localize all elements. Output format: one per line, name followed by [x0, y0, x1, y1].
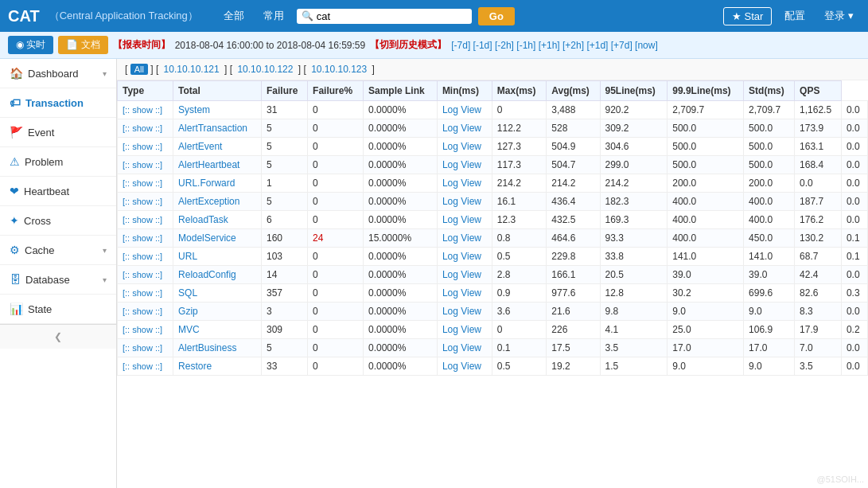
- show-link[interactable]: [:: show ::]: [123, 178, 162, 188]
- line999-cell: 141.0: [744, 248, 795, 266]
- log-view-link[interactable]: Log View: [442, 251, 481, 262]
- total-cell: 14: [261, 266, 307, 284]
- sidebar-item-problem[interactable]: ⚠ Problem: [0, 147, 116, 177]
- max-cell: 19.2: [547, 357, 600, 376]
- type-link[interactable]: MVC: [178, 324, 200, 335]
- sidebar-item-heartbeat[interactable]: ❤ Heartbeat: [0, 177, 116, 206]
- sidebar-item-cache[interactable]: ⚙ Cache ▾: [0, 236, 116, 265]
- doc-button[interactable]: 📄 文档: [58, 36, 107, 54]
- time-link-now[interactable]: [now]: [635, 40, 658, 51]
- star-button[interactable]: ★ Star: [723, 7, 772, 25]
- type-link[interactable]: Restore: [178, 361, 212, 372]
- log-view-link[interactable]: Log View: [442, 269, 481, 280]
- min-cell: 12.3: [492, 211, 546, 229]
- log-view-link[interactable]: Log View: [442, 287, 481, 299]
- min-cell: 0.5: [492, 357, 546, 376]
- time-link-+1d[interactable]: [+1d]: [586, 40, 610, 51]
- all-filter-tag[interactable]: All: [130, 64, 148, 75]
- type-link[interactable]: URL: [178, 251, 197, 262]
- log-view-link[interactable]: Log View: [442, 104, 481, 115]
- sidebar-item-event[interactable]: 🚩 Event: [0, 118, 116, 147]
- type-link[interactable]: AlertException: [178, 196, 239, 207]
- time-link--7d[interactable]: [-7d]: [451, 40, 473, 51]
- show-link[interactable]: [:: show ::]: [123, 215, 162, 224]
- time-link-+1h[interactable]: [+1h]: [539, 40, 562, 51]
- show-link[interactable]: [:: show ::]: [123, 325, 162, 334]
- show-link[interactable]: [:: show ::]: [123, 233, 162, 243]
- log-view-link[interactable]: Log View: [442, 324, 481, 335]
- log-view-link[interactable]: Log View: [442, 178, 481, 189]
- type-link[interactable]: ReloadConfig: [178, 269, 236, 280]
- type-link[interactable]: Gzip: [178, 306, 198, 317]
- line95-cell: 141.0: [668, 248, 744, 266]
- show-link-cell: [:: show ::]: [118, 266, 173, 284]
- type-link[interactable]: AlertHeartbeat: [178, 159, 239, 170]
- show-link[interactable]: [:: show ::]: [123, 160, 162, 170]
- time-link-+2h[interactable]: [+2h]: [562, 40, 586, 51]
- sidebar-item-transaction[interactable]: 🏷 Transaction: [0, 88, 116, 118]
- sidebar-collapse-btn[interactable]: ❮: [0, 324, 116, 349]
- time-link--1h[interactable]: [-1h]: [516, 40, 538, 51]
- line999-cell: 699.6: [744, 284, 795, 303]
- qps-cell: 0.0: [841, 339, 867, 357]
- sidebar-item-dashboard[interactable]: 🏠 Dashboard ▾: [0, 59, 116, 88]
- show-link[interactable]: [:: show ::]: [123, 288, 162, 298]
- time-link--2h[interactable]: [-2h]: [495, 40, 516, 51]
- search-input[interactable]: [317, 10, 467, 22]
- show-link[interactable]: [:: show ::]: [123, 343, 162, 353]
- qps-cell: 0.0: [841, 211, 867, 229]
- ip-filter-3[interactable]: 10.10.10.123: [311, 64, 369, 75]
- common-btn[interactable]: 常用: [257, 7, 290, 25]
- config-button[interactable]: 配置: [778, 6, 812, 25]
- time-link-+7d[interactable]: [+7d]: [611, 40, 635, 51]
- go-button[interactable]: Go: [478, 7, 515, 25]
- type-link[interactable]: URL.Forward: [178, 178, 235, 189]
- min-cell: 2.8: [492, 266, 546, 284]
- line95-cell: 500.0: [668, 119, 744, 138]
- history-mode-btn[interactable]: 【切到历史模式】: [370, 38, 446, 52]
- log-view-link[interactable]: Log View: [442, 361, 481, 372]
- show-link-cell: [:: show ::]: [118, 138, 173, 156]
- log-view-link[interactable]: Log View: [442, 342, 481, 353]
- log-view-link[interactable]: Log View: [442, 306, 481, 317]
- log-view-link[interactable]: Log View: [442, 123, 481, 134]
- log-view-link[interactable]: Log View: [442, 141, 481, 152]
- table-row: [:: show ::]System3100.0000%Log View03,4…: [118, 101, 868, 119]
- show-link[interactable]: [:: show ::]: [123, 105, 162, 115]
- all-btn[interactable]: 全部: [217, 7, 251, 25]
- show-link[interactable]: [:: show ::]: [123, 361, 162, 371]
- type-link[interactable]: ReloadTask: [178, 214, 228, 225]
- line999-cell: 106.9: [744, 321, 795, 339]
- time-link--1d[interactable]: [-1d]: [473, 40, 495, 51]
- type-link[interactable]: ModelService: [178, 232, 236, 244]
- sidebar-item-cross[interactable]: ✦ Cross: [0, 206, 116, 236]
- show-link[interactable]: [:: show ::]: [123, 306, 162, 316]
- sample-cell: Log View: [437, 211, 492, 229]
- login-button[interactable]: 登录 ▾: [818, 6, 860, 25]
- sidebar-item-state[interactable]: 📊 State: [0, 295, 116, 324]
- live-button[interactable]: ◉ 实时: [8, 36, 53, 54]
- type-link[interactable]: SQL: [178, 287, 197, 299]
- log-view-link[interactable]: Log View: [442, 159, 481, 170]
- type-link[interactable]: AlertBusiness: [178, 342, 236, 353]
- show-link[interactable]: [:: show ::]: [123, 197, 162, 206]
- log-view-link[interactable]: Log View: [442, 196, 481, 207]
- table-row: [:: show ::]AlertHeartbeat500.0000%Log V…: [118, 156, 868, 174]
- failurepct-cell: 0.0000%: [364, 357, 438, 376]
- table-row: [:: show ::]AlertException500.0000%Log V…: [118, 193, 868, 211]
- ip-filter-1[interactable]: 10.10.10.121: [164, 64, 222, 75]
- type-link[interactable]: AlertTransaction: [178, 123, 247, 134]
- show-link[interactable]: [:: show ::]: [123, 123, 162, 133]
- content-area: [ All ] [ 10.10.10.121 ] [ 10.10.10.122 …: [117, 59, 868, 488]
- log-view-link[interactable]: Log View: [442, 214, 481, 225]
- sidebar-item-database[interactable]: 🗄 Database ▾: [0, 265, 116, 295]
- show-link[interactable]: [:: show ::]: [123, 142, 162, 151]
- show-link[interactable]: [:: show ::]: [123, 270, 162, 279]
- log-view-link[interactable]: Log View: [442, 232, 481, 244]
- failurepct-cell: 0.0000%: [364, 156, 438, 174]
- ip-filter-2[interactable]: 10.10.10.122: [237, 64, 295, 75]
- type-link[interactable]: AlertEvent: [178, 141, 222, 152]
- show-link[interactable]: [:: show ::]: [123, 252, 162, 261]
- failure-cell: 0: [308, 339, 364, 357]
- type-link[interactable]: System: [178, 104, 210, 115]
